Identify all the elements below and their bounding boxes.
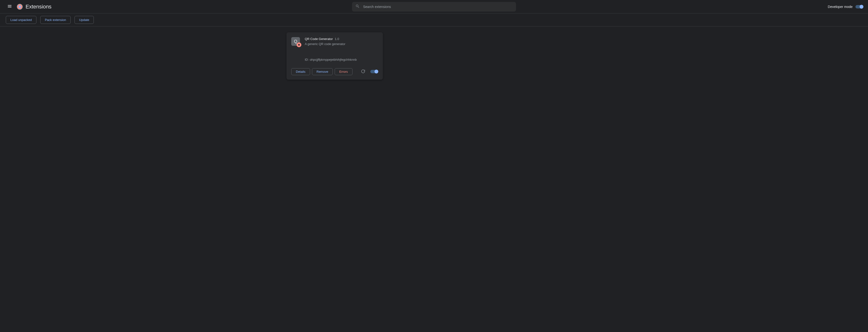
header-right: Developer mode (828, 5, 863, 9)
extension-version: 1.0 (335, 37, 339, 41)
extensions-grid: Q QR Code Generator 1.0 A generic QR cod… (286, 32, 582, 80)
details-button[interactable]: Details (291, 68, 310, 75)
update-button[interactable]: Update (74, 16, 94, 24)
reload-icon (361, 69, 365, 74)
extension-id-prefix: ID: (305, 58, 309, 61)
load-unpacked-button[interactable]: Load unpacked (6, 16, 36, 24)
header: Extensions Developer mode (0, 0, 868, 13)
search-box[interactable] (352, 2, 516, 11)
content: Q QR Code Generator 1.0 A generic QR cod… (0, 27, 868, 86)
remove-button[interactable]: Remove (312, 68, 333, 75)
extension-description: A generic QR code generator (305, 42, 378, 46)
developer-toolbar: Load unpacked Pack extension Update (0, 13, 868, 27)
pack-extension-button[interactable]: Pack extension (40, 16, 71, 24)
developer-mode-toggle[interactable] (856, 5, 863, 8)
errors-button[interactable]: Errors (335, 68, 352, 75)
chrome-logo-icon (17, 4, 23, 10)
extension-icon-wrap: Q (291, 37, 300, 46)
extension-toggle[interactable] (370, 70, 378, 73)
page-title: Extensions (26, 4, 52, 10)
search-icon (355, 4, 363, 9)
extension-id-line: ID: ohpcjjffpkmppejeibhihjfegchhknnb (291, 58, 378, 61)
menu-icon (7, 4, 12, 9)
extension-id: ohpcjjffpkmppejeibhihjfegchhknnb (310, 58, 357, 61)
search-input[interactable] (363, 5, 513, 9)
reload-button[interactable] (359, 68, 367, 75)
extension-name: QR Code Generator (305, 37, 333, 41)
error-badge-icon (297, 42, 301, 47)
developer-mode-label: Developer mode (828, 5, 852, 9)
menu-button[interactable] (5, 2, 14, 11)
extension-card: Q QR Code Generator 1.0 A generic QR cod… (286, 32, 383, 80)
